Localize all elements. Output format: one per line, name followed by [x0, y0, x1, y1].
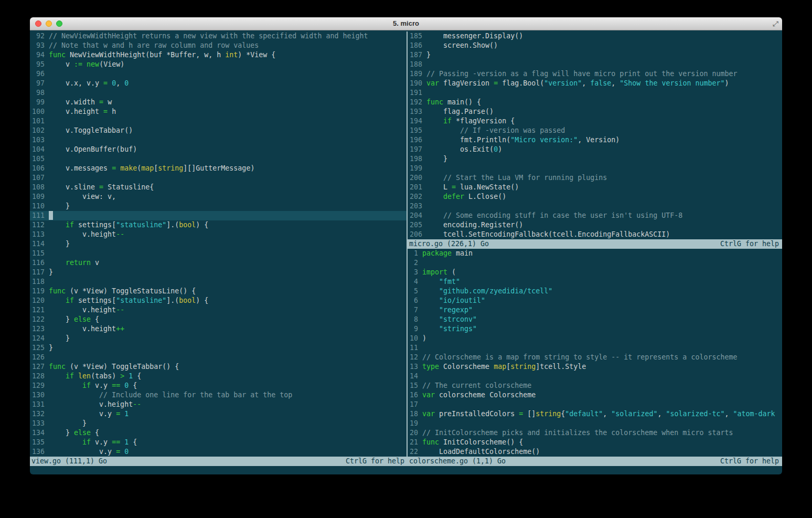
code-line[interactable]: 94 func NewViewWidthHeight(buf *Buffer, …	[30, 50, 407, 60]
code-line[interactable]: 95 v := new(View)	[30, 60, 407, 69]
code-line[interactable]: 117 }	[30, 268, 407, 277]
line-number: 14	[410, 372, 422, 381]
code-line[interactable]: 194 if *flagVersion {	[408, 117, 782, 126]
editor-pane-micro-go[interactable]: 185 messenger.Display()186 screen.Show()…	[408, 31, 782, 239]
code-line[interactable]: 110 }	[30, 202, 407, 211]
line-number: 21	[410, 438, 422, 447]
code-line[interactable]: 124 }	[30, 334, 407, 343]
code-line[interactable]: 119 func (v *View) ToggleStatusLine() {	[30, 287, 407, 296]
code-line[interactable]: 107	[30, 173, 407, 183]
code-line[interactable]: 114 }	[30, 239, 407, 249]
code-line[interactable]: 128 if len(tabs) > 1 {	[30, 372, 407, 381]
editor-pane-colorscheme-go[interactable]: 1 package main 2 3 import ( 4 "fmt" 5 "g…	[408, 249, 782, 457]
code-line[interactable]: 126	[30, 353, 407, 362]
code-line[interactable]: 106 v.messages = make(map[string][]Gutte…	[30, 164, 407, 173]
resize-icon[interactable]: ⤢	[773, 17, 778, 30]
code-line[interactable]: 202 defer L.Close()	[408, 192, 782, 202]
code-line[interactable]: 6 "io/ioutil"	[408, 296, 782, 305]
code-line[interactable]: 198 }	[408, 154, 782, 164]
code-line[interactable]: 21 func InitColorscheme() {	[408, 438, 782, 447]
code-line[interactable]: 121 v.height--	[30, 305, 407, 315]
code-line[interactable]: 16 var colorscheme Colorscheme	[408, 390, 782, 400]
code-line[interactable]: 120 if settings["statusline"].(bool) {	[30, 296, 407, 305]
code-line[interactable]: 116 return v	[30, 258, 407, 268]
code-line[interactable]: 189 // Passing -version as a flag will h…	[408, 69, 782, 79]
code-line[interactable]: 191	[408, 88, 782, 98]
code-line[interactable]: 18 var preInstalledColors = []string{"de…	[408, 409, 782, 419]
code-text: func (v *View) ToggleStatusLine() {	[49, 287, 407, 296]
code-line[interactable]: 4 "fmt"	[408, 277, 782, 287]
code-line[interactable]: 12 // Colorscheme is a map from string t…	[408, 353, 782, 362]
code-line[interactable]: 113 v.height--	[30, 230, 407, 239]
code-line[interactable]: 185 messenger.Display()	[408, 31, 782, 41]
code-line[interactable]: 11	[408, 343, 782, 353]
code-line[interactable]: 133 }	[30, 419, 407, 428]
code-line[interactable]: 13 type Colorscheme map[string]tcell.Sty…	[408, 362, 782, 372]
code-line[interactable]: 125 }	[30, 343, 407, 353]
code-line[interactable]: 136 v.y = 0	[30, 447, 407, 457]
code-line[interactable]: 197 os.Exit(0)	[408, 145, 782, 154]
code-line[interactable]: 204 // Some encoding stuff in case the u…	[408, 211, 782, 220]
code-line[interactable]: 196 fmt.Println("Micro version:", Versio…	[408, 135, 782, 145]
code-line[interactable]: 103	[30, 135, 407, 145]
code-line[interactable]: 203	[408, 202, 782, 211]
code-line[interactable]: 99 v.width = w	[30, 98, 407, 107]
code-line[interactable]: 187 }	[408, 50, 782, 60]
code-line[interactable]: 118	[30, 277, 407, 287]
code-line[interactable]: 190 var flagVersion = flag.Bool("version…	[408, 79, 782, 88]
code-line[interactable]: 96	[30, 69, 407, 79]
code-line[interactable]: 195 // If -version was passed	[408, 126, 782, 135]
code-line[interactable]: 15 // The current colorscheme	[408, 381, 782, 390]
code-line[interactable]: 92 // NewViewWidthHeight returns a new v…	[30, 31, 407, 41]
titlebar[interactable]: 5. micro ⤢	[30, 17, 782, 30]
code-line[interactable]: 17	[408, 400, 782, 409]
code-line[interactable]: 129 if v.y == 0 {	[30, 381, 407, 390]
code-line[interactable]: 134 } else {	[30, 428, 407, 438]
code-line[interactable]: 135 if v.y == 1 {	[30, 438, 407, 447]
code-line[interactable]: 14	[408, 372, 782, 381]
code-line[interactable]: 111	[30, 211, 407, 220]
line-number: 127	[32, 362, 49, 372]
code-line[interactable]: 108 v.sline = Statusline{	[30, 183, 407, 192]
code-text: } else {	[49, 428, 407, 438]
code-line[interactable]: 2	[408, 258, 782, 268]
code-line[interactable]: 132 v.y = 1	[30, 409, 407, 419]
code-line[interactable]: 19	[408, 419, 782, 428]
code-line[interactable]: 122 } else {	[30, 315, 407, 324]
code-line[interactable]: 3 import (	[408, 268, 782, 277]
code-line[interactable]: 101	[30, 117, 407, 126]
code-line[interactable]: 188	[408, 60, 782, 69]
code-line[interactable]: 8 "strconv"	[408, 315, 782, 324]
code-line[interactable]: 97 v.x, v.y = 0, 0	[30, 79, 407, 88]
code-line[interactable]: 193 flag.Parse()	[408, 107, 782, 117]
code-line[interactable]: 10 )	[408, 334, 782, 343]
code-line[interactable]: 206 tcell.SetEncodingFallback(tcell.Enco…	[408, 230, 782, 239]
code-line[interactable]: 192 func main() {	[408, 98, 782, 107]
code-line[interactable]: 205 encoding.Register()	[408, 220, 782, 230]
code-line[interactable]: 186 screen.Show()	[408, 41, 782, 50]
code-line[interactable]: 123 v.height++	[30, 324, 407, 334]
code-line[interactable]: 22 LoadDefaultColorscheme()	[408, 447, 782, 457]
code-line[interactable]: 199	[408, 164, 782, 173]
code-line[interactable]: 100 v.height = h	[30, 107, 407, 117]
code-line[interactable]: 115	[30, 249, 407, 258]
editor-pane-view-go[interactable]: 92 // NewViewWidthHeight returns a new v…	[30, 31, 407, 457]
code-line[interactable]: 105	[30, 154, 407, 164]
code-line[interactable]: 7 "regexp"	[408, 305, 782, 315]
code-line[interactable]: 93 // Note that w and h are raw column a…	[30, 41, 407, 50]
code-line[interactable]: 130 // Include one line for the tab bar …	[30, 390, 407, 400]
code-text: )	[422, 334, 782, 343]
code-line[interactable]: 20 // InitColorscheme picks and initiali…	[408, 428, 782, 438]
code-line[interactable]: 109 view: v,	[30, 192, 407, 202]
code-line[interactable]: 104 v.OpenBuffer(buf)	[30, 145, 407, 154]
code-line[interactable]: 102 v.ToggleTabbar()	[30, 126, 407, 135]
code-line[interactable]: 5 "github.com/zyedidia/tcell"	[408, 287, 782, 296]
code-line[interactable]: 131 v.height--	[30, 400, 407, 409]
code-line[interactable]: 112 if settings["statusline"].(bool) {	[30, 220, 407, 230]
code-line[interactable]: 9 "strings"	[408, 324, 782, 334]
code-line[interactable]: 127 func (v *View) ToggleTabbar() {	[30, 362, 407, 372]
code-line[interactable]: 1 package main	[408, 249, 782, 258]
code-line[interactable]: 200 // Start the Lua VM for running plug…	[408, 173, 782, 183]
code-line[interactable]: 201 L = lua.NewState()	[408, 183, 782, 192]
code-line[interactable]: 98	[30, 88, 407, 98]
